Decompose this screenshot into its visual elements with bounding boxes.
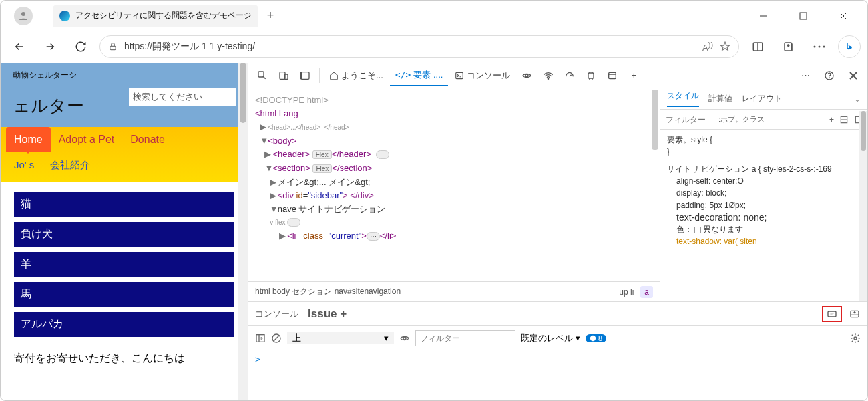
svg-rect-40: [256, 334, 264, 342]
dock-icon[interactable]: [849, 309, 861, 319]
new-rule-icon[interactable]: +: [829, 115, 834, 124]
edge-icon: [59, 11, 70, 21]
styles-filter-bar: :ホブ。クラス +: [660, 110, 867, 130]
list-item[interactable]: アルパカ: [14, 312, 234, 337]
console-filter-input[interactable]: [415, 330, 515, 346]
svg-point-12: [819, 46, 821, 48]
styles-scrollbar[interactable]: [859, 111, 867, 301]
log-level-dropdown[interactable]: 既定のレベル ▾: [521, 332, 580, 344]
issues-icon[interactable]: [822, 306, 842, 322]
tab-elements[interactable]: </>要素 ....: [390, 65, 449, 86]
read-aloud-icon[interactable]: A)): [702, 41, 713, 53]
collections-icon[interactable]: [777, 35, 801, 59]
dom-tree[interactable]: <!DOCTYPE html> <html Lang ▶<head>...</h…: [248, 88, 660, 281]
maximize-button[interactable]: [793, 5, 814, 27]
tab-title: アクセシビリティに関する問題を含むデモページ: [75, 10, 252, 21]
memory-icon[interactable]: [581, 65, 601, 86]
page-scrollbar[interactable]: [238, 63, 248, 401]
search-input[interactable]: 検索してください: [129, 88, 236, 106]
breadcrumb-path[interactable]: html body セクション nav#sitenavigation: [255, 286, 401, 297]
tab-layout[interactable]: レイアウト: [742, 93, 782, 104]
close-devtools-icon[interactable]: [843, 65, 863, 86]
forward-button[interactable]: [38, 35, 62, 59]
sidebar-toggle-icon[interactable]: [255, 333, 266, 344]
svg-rect-23: [588, 73, 594, 78]
console-toolbar: 上▾ 既定のレベル ▾ 8: [248, 326, 867, 350]
svg-rect-37: [828, 311, 836, 317]
profile-avatar[interactable]: [14, 7, 33, 25]
svg-rect-2: [800, 13, 807, 19]
device-toggle-icon[interactable]: [274, 65, 294, 86]
devtools-panel: ようこそ... </>要素 .... コンソール + ⋯ <!DOCTYPE h…: [248, 63, 867, 401]
new-tab-button[interactable]: +: [261, 7, 280, 25]
svg-point-20: [525, 74, 528, 77]
inspect-icon[interactable]: [252, 65, 272, 86]
browser-tab[interactable]: アクセシビリティに関する問題を含むデモページ: [53, 5, 258, 27]
tab-computed[interactable]: 計算値: [708, 93, 732, 104]
clear-console-icon[interactable]: [271, 333, 282, 344]
context-dropdown[interactable]: 上▾: [287, 332, 394, 344]
close-button[interactable]: [833, 5, 854, 27]
nav-home[interactable]: Home: [6, 127, 51, 152]
nav-adopt[interactable]: Adopt a Pet: [51, 127, 123, 152]
list-item[interactable]: 負け犬: [14, 222, 234, 247]
live-expression-icon[interactable]: [399, 333, 410, 344]
application-icon[interactable]: [602, 65, 622, 86]
dom-breadcrumb[interactable]: html body セクション nav#sitenavigation up li…: [248, 281, 660, 301]
menu-button[interactable]: [807, 35, 831, 59]
console-body[interactable]: >: [248, 350, 867, 401]
network-icon[interactable]: [538, 65, 558, 86]
bing-button[interactable]: [838, 35, 861, 58]
performance-icon[interactable]: [560, 65, 580, 86]
hov-cls-button[interactable]: :ホブ。クラス: [714, 112, 769, 127]
list-item[interactable]: 馬: [14, 282, 234, 307]
help-icon[interactable]: [819, 65, 839, 86]
console-prompt: >: [255, 354, 260, 364]
chevron-down-icon[interactable]: ⌄: [854, 94, 861, 104]
dom-scrollbar[interactable]: [652, 90, 658, 150]
back-button[interactable]: [7, 35, 31, 59]
tab-console[interactable]: コンソール: [449, 65, 515, 86]
list-item[interactable]: 猫: [14, 192, 234, 217]
flex-editor-icon[interactable]: [839, 115, 849, 124]
favorite-icon[interactable]: [720, 41, 730, 52]
rendered-page: 動物シェルターシ 検索してください ェルター Home Adopt a Pet …: [1, 63, 248, 401]
animal-list: 猫 負け犬 羊 馬 アルパカ: [1, 182, 248, 352]
titlebar: アクセシビリティに関する問題を含むデモページ +: [1, 1, 867, 31]
breadcrumb-up[interactable]: up li: [619, 287, 634, 297]
window-controls: [752, 5, 862, 27]
breadcrumb-selected[interactable]: a: [640, 286, 653, 298]
devtools-menu-icon[interactable]: ⋯: [795, 65, 815, 86]
svg-point-21: [548, 78, 549, 79]
tab-styles[interactable]: スタイル: [667, 90, 699, 107]
page-header: 動物シェルターシ 検索してください ェルター: [1, 63, 248, 127]
svg-point-44: [403, 337, 406, 340]
console-settings-icon[interactable]: [850, 333, 861, 344]
styles-tabs: スタイル 計算値 レイアウト ⌄: [660, 88, 867, 110]
nav-donate[interactable]: Donate: [122, 127, 173, 152]
donation-text: 寄付をお寄せいただき、こんにちは: [1, 352, 248, 366]
refresh-button[interactable]: [69, 35, 93, 59]
styles-filter-input[interactable]: [660, 112, 714, 127]
issue-count-badge[interactable]: 8: [586, 334, 606, 342]
svg-point-46: [854, 337, 857, 340]
url-text: https://開発ツール 1 1 y-testing/: [124, 41, 696, 53]
address-bar[interactable]: https://開発ツール 1 1 y-testing/ A)): [99, 35, 739, 58]
svg-point-13: [823, 46, 825, 48]
styles-rules[interactable]: 要素。style { } サイト ナビゲーション a { sty-les-2-c…: [660, 130, 867, 257]
nav-about[interactable]: 会社紹介: [42, 152, 98, 178]
drawer-tabs: コンソール Issue +: [248, 302, 867, 326]
styles-panel: スタイル 計算値 レイアウト ⌄ :ホブ。クラス + 要素。: [660, 88, 867, 301]
split-screen-icon[interactable]: [746, 35, 770, 59]
sources-icon[interactable]: [517, 65, 537, 86]
lock-icon: [108, 42, 118, 51]
dom-line[interactable]: <!DOCTYPE html>: [255, 94, 653, 107]
drawer-tab-issues[interactable]: Issue +: [308, 307, 347, 321]
tab-welcome[interactable]: ようこそ...: [324, 65, 389, 86]
more-tabs-icon[interactable]: +: [624, 65, 644, 86]
panel-layout-icon[interactable]: [295, 65, 315, 86]
minimize-button[interactable]: [752, 5, 774, 27]
svg-point-31: [829, 78, 830, 78]
list-item[interactable]: 羊: [14, 252, 234, 277]
drawer-tab-console[interactable]: コンソール: [255, 308, 298, 320]
